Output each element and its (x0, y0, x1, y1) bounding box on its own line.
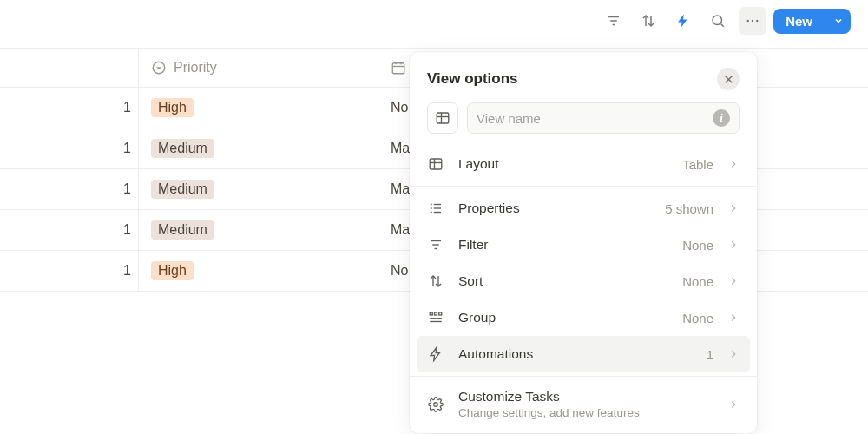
cell-colA: 1 (0, 88, 139, 128)
cell-priority: Medium (139, 169, 378, 209)
row-value: None (682, 274, 713, 289)
svg-rect-32 (439, 312, 442, 315)
table-icon (427, 156, 444, 172)
view-name-input[interactable] (477, 111, 706, 126)
chevron-right-icon (727, 158, 740, 170)
layout-row[interactable]: Layout Table (410, 146, 757, 182)
chevron-right-icon (727, 202, 740, 214)
customize-subtitle: Change settings, add new features (458, 406, 640, 419)
chevron-right-icon (727, 398, 740, 411)
cell-priority: Medium (139, 210, 378, 250)
row-label: Sort (458, 273, 668, 289)
calendar-icon (391, 60, 406, 76)
customize-title: Customize Tasks (458, 389, 640, 404)
list-icon (427, 201, 444, 216)
view-name-row: i (410, 102, 757, 146)
row-label: Group (458, 310, 668, 326)
cell-colA: 1 (0, 210, 139, 250)
filter-toolbar-icon[interactable] (600, 7, 628, 35)
priority-pill: Medium (151, 139, 214, 158)
cell-priority: Medium (139, 128, 378, 168)
view-options-panel: View options i Layout Table Properties 5… (410, 52, 757, 433)
sort-row[interactable]: Sort None (410, 263, 757, 299)
properties-row[interactable]: Properties 5 shown (410, 190, 757, 227)
priority-pill: Medium (151, 180, 214, 199)
cell-colA: 1 (0, 251, 139, 291)
chevron-right-icon (727, 348, 740, 360)
customize-text: Customize Tasks Change settings, add new… (458, 389, 640, 419)
svg-point-6 (752, 20, 753, 22)
view-name-input-wrapper: i (467, 102, 740, 134)
row-value: Table (682, 157, 713, 172)
bolt-icon (427, 346, 444, 362)
priority-pill: Medium (151, 220, 214, 240)
svg-rect-31 (435, 312, 437, 315)
priority-pill: High (151, 261, 194, 280)
cell-colA: 1 (0, 128, 139, 168)
new-dropdown-button[interactable] (825, 9, 851, 34)
row-label: Automations (458, 346, 693, 362)
cell-priority: High (139, 88, 378, 128)
gear-icon (427, 397, 444, 412)
group-row[interactable]: Group None (410, 299, 757, 336)
cell-colA: 1 (0, 169, 139, 209)
info-icon[interactable]: i (713, 109, 730, 127)
row-value: None (682, 311, 713, 326)
separator (410, 376, 757, 377)
chevron-right-icon (727, 312, 740, 324)
svg-rect-15 (437, 113, 449, 123)
filter-row[interactable]: Filter None (410, 227, 757, 263)
row-value: 1 (707, 347, 713, 362)
svg-point-35 (434, 402, 438, 406)
chevron-right-icon (727, 239, 740, 251)
group-icon (427, 310, 444, 326)
close-button[interactable] (717, 68, 740, 90)
svg-line-4 (721, 23, 724, 26)
more-toolbar-button[interactable] (739, 7, 766, 35)
svg-rect-18 (430, 159, 442, 169)
row-value: None (682, 238, 713, 253)
svg-point-21 (431, 204, 431, 205)
view-type-icon-button[interactable] (427, 102, 458, 134)
priority-pill: High (151, 98, 194, 117)
table-header-col-a[interactable] (0, 48, 139, 88)
panel-title: View options (427, 70, 518, 88)
cell-priority: High (139, 251, 378, 291)
svg-point-25 (431, 212, 431, 213)
new-button-group: New (773, 9, 851, 34)
automations-row[interactable]: Automations 1 (417, 336, 750, 372)
filter-icon (427, 237, 444, 253)
svg-rect-9 (392, 62, 404, 73)
sort-icon (427, 273, 444, 289)
svg-rect-30 (430, 312, 432, 315)
panel-header: View options (410, 52, 757, 102)
automations-toolbar-icon[interactable] (669, 7, 697, 35)
table-icon (435, 110, 450, 126)
row-label: Filter (458, 237, 668, 253)
row-label: Layout (458, 156, 668, 172)
search-toolbar-icon[interactable] (704, 7, 732, 35)
new-button[interactable]: New (773, 9, 825, 34)
separator (410, 186, 757, 187)
svg-point-7 (756, 20, 758, 22)
toolbar: New (600, 7, 851, 35)
table-header-priority[interactable]: Priority (139, 48, 378, 88)
table-header-label: Priority (174, 60, 217, 76)
dropdown-circle-icon (151, 60, 167, 76)
svg-point-3 (713, 16, 722, 25)
row-label: Properties (458, 201, 651, 216)
chevron-right-icon (727, 275, 740, 287)
svg-point-23 (431, 208, 431, 209)
row-value: 5 shown (665, 201, 713, 216)
sort-toolbar-icon[interactable] (635, 7, 662, 35)
customize-tasks-row[interactable]: Customize Tasks Change settings, add new… (410, 380, 757, 428)
svg-point-5 (747, 20, 749, 22)
